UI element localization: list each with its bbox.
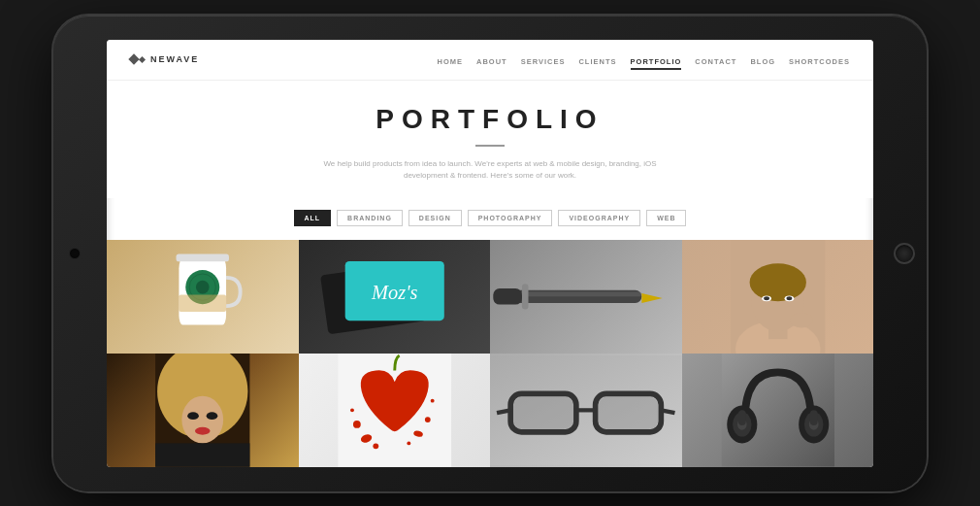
portfolio-grid: Moz's — [107, 240, 873, 466]
portfolio-item-pen[interactable] — [490, 240, 682, 354]
nav-item-contact[interactable]: CONTACT — [695, 51, 736, 68]
svg-rect-48 — [598, 396, 658, 429]
portfolio-item-business-cards[interactable]: Moz's — [299, 240, 491, 354]
nav-link-blog[interactable]: BLOG — [750, 57, 775, 66]
logo: NEWAVE — [130, 54, 199, 64]
hero-section: PORTFOLIO We help build products from id… — [107, 81, 873, 199]
svg-rect-11 — [522, 284, 529, 309]
navbar: NEWAVE HOME ABOUT SERVICES CLIENTS PORTF… — [107, 40, 873, 81]
svg-text:Moz's: Moz's — [371, 282, 418, 303]
svg-point-22 — [786, 296, 792, 300]
nav-item-shortcodes[interactable]: SHORTCODES — [789, 51, 850, 68]
nav-item-services[interactable]: SERVICES — [521, 51, 566, 68]
filter-web[interactable]: WEB — [646, 210, 686, 226]
svg-point-35 — [424, 417, 430, 422]
portfolio-item-coffee[interactable] — [107, 240, 299, 354]
svg-rect-4 — [177, 254, 229, 262]
svg-rect-5 — [179, 295, 226, 313]
hero-description: We help build products from idea to laun… — [306, 158, 674, 184]
svg-line-46 — [661, 410, 674, 413]
portfolio-item-headphones[interactable] — [682, 354, 874, 467]
svg-rect-57 — [737, 410, 745, 425]
portfolio-item-glasses[interactable] — [490, 354, 682, 467]
portfolio-item-blonde[interactable] — [107, 354, 299, 467]
svg-marker-12 — [641, 293, 662, 303]
svg-rect-13 — [493, 288, 522, 304]
filter-bar: ALL BRANDING DESIGN PHOTOGRAPHY VIDEOGRA… — [107, 198, 873, 240]
svg-line-45 — [497, 410, 510, 413]
logo-text: NEWAVE — [150, 54, 199, 64]
nav-item-about[interactable]: ABOUT — [476, 51, 507, 68]
nav-link-shortcodes[interactable]: SHORTCODES — [789, 57, 850, 66]
filter-videography[interactable]: VIDEOGRAPHY — [558, 210, 640, 226]
filter-design[interactable]: DESIGN — [408, 210, 462, 226]
nav-link-contact[interactable]: CONTACT — [695, 57, 736, 66]
nav-item-portfolio[interactable]: PORTFOLIO — [631, 51, 682, 68]
hero-divider — [475, 145, 505, 147]
nav-link-portfolio[interactable]: PORTFOLIO — [631, 57, 682, 70]
svg-point-39 — [407, 441, 410, 445]
tablet-screen: NEWAVE HOME ABOUT SERVICES CLIENTS PORTF… — [107, 40, 873, 467]
svg-rect-58 — [809, 410, 817, 425]
svg-point-21 — [764, 296, 769, 300]
svg-rect-30 — [155, 443, 249, 466]
filter-branding[interactable]: BRANDING — [337, 210, 403, 226]
filter-photography[interactable]: PHOTOGRAPHY — [468, 210, 553, 226]
svg-point-38 — [373, 443, 378, 449]
nav-item-home[interactable]: HOME — [437, 51, 463, 68]
portfolio-item-chili[interactable] — [299, 354, 491, 467]
nav-item-clients[interactable]: CLIENTS — [578, 51, 616, 68]
nav-item-blog[interactable]: BLOG — [750, 51, 775, 68]
svg-point-27 — [187, 412, 199, 420]
portfolio-item-woman[interactable] — [682, 240, 874, 354]
nav-link-services[interactable]: SERVICES — [521, 57, 566, 66]
svg-point-36 — [350, 408, 354, 412]
page-title: PORTFOLIO — [165, 104, 815, 135]
nav-links: HOME ABOUT SERVICES CLIENTS PORTFOLIO CO… — [437, 51, 850, 68]
nav-link-home[interactable]: HOME — [437, 57, 463, 66]
svg-point-3 — [196, 281, 210, 294]
svg-point-37 — [430, 398, 434, 402]
svg-point-26 — [181, 396, 223, 444]
svg-point-18 — [749, 263, 805, 301]
nav-link-about[interactable]: ABOUT — [476, 57, 507, 66]
svg-point-34 — [352, 421, 360, 428]
svg-point-28 — [207, 412, 218, 420]
svg-point-29 — [195, 427, 211, 435]
logo-diamond-small — [139, 56, 146, 63]
svg-rect-47 — [513, 396, 573, 429]
tablet-shell: NEWAVE HOME ABOUT SERVICES CLIENTS PORTF… — [53, 16, 927, 491]
filter-all[interactable]: ALL — [294, 210, 332, 226]
nav-link-clients[interactable]: CLIENTS — [578, 57, 616, 66]
svg-point-23 — [790, 313, 812, 328]
logo-icon — [130, 55, 145, 63]
